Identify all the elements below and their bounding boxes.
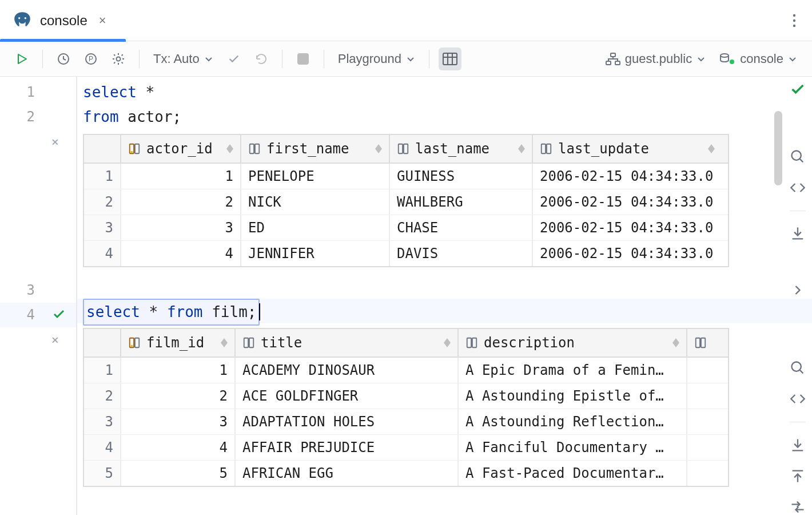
table-row[interactable]: 22ACE GOLDFINGERA Astounding Epistle of…: [84, 383, 728, 409]
tab-overflow-button[interactable]: [781, 5, 807, 37]
schema-dropdown[interactable]: guest.public: [601, 52, 710, 66]
table-row[interactable]: 11PENELOPEGUINESS2006-02-15 04:34:33.0: [84, 164, 728, 189]
cell[interactable]: 4: [121, 241, 241, 266]
inspection-ok-icon[interactable]: [790, 81, 806, 97]
settings-button[interactable]: [107, 47, 130, 70]
playground-dropdown[interactable]: Playground: [333, 52, 420, 66]
gutter-line-current[interactable]: 4: [0, 303, 76, 327]
table-row[interactable]: 33ADAPTATION HOLESA Astounding Reflectio…: [84, 409, 728, 435]
rownum-header[interactable]: [84, 135, 121, 163]
cell[interactable]: PENELOPE: [241, 164, 390, 189]
cell[interactable]: 2: [121, 383, 236, 409]
column-header[interactable]: actor_id: [121, 135, 241, 163]
cell[interactable]: AFFAIR PREJUDICE: [236, 435, 459, 460]
run-button[interactable]: [10, 47, 33, 70]
column-header[interactable]: film_id: [121, 329, 236, 356]
search-icon[interactable]: [790, 360, 806, 376]
cell[interactable]: ACE GOLDFINGER: [236, 383, 459, 409]
cell[interactable]: 2006-02-15 04:34:33.0: [533, 241, 722, 266]
cell[interactable]: A Epic Drama of a Femin…: [459, 358, 687, 383]
table-row[interactable]: 33EDCHASE2006-02-15 04:34:33.0: [84, 215, 728, 241]
stop-button[interactable]: [292, 47, 315, 70]
svg-point-16: [721, 54, 729, 57]
tab-close-button[interactable]: ×: [95, 13, 110, 28]
column-header[interactable]: title: [236, 329, 459, 356]
svg-rect-9: [443, 53, 457, 65]
cell[interactable]: 2: [121, 189, 241, 215]
table-row[interactable]: 11ACADEMY DINOSAURA Epic Drama of a Femi…: [84, 358, 728, 383]
cell[interactable]: A Astounding Epistle of…: [459, 383, 687, 409]
separator: [139, 50, 140, 68]
table-row[interactable]: 22NICKWAHLBERG2006-02-15 04:34:33.0: [84, 189, 728, 215]
rownum-header[interactable]: [84, 329, 121, 356]
column-header[interactable]: first_name: [241, 135, 390, 163]
cell[interactable]: AFRICAN EGG: [236, 461, 459, 486]
code-line[interactable]: [77, 274, 812, 299]
cell[interactable]: A Astounding Reflection…: [459, 409, 687, 434]
cell[interactable]: [687, 358, 722, 383]
tab-console[interactable]: console ×: [0, 0, 120, 41]
cell[interactable]: 3: [121, 409, 236, 434]
vertical-scrollbar[interactable]: [774, 111, 782, 185]
svg-rect-33: [472, 338, 476, 348]
gutter-fold-region[interactable]: [0, 129, 76, 278]
cell[interactable]: [687, 383, 722, 409]
cell[interactable]: [687, 461, 722, 486]
gutter-line[interactable]: 2: [0, 105, 76, 129]
history-button[interactable]: [52, 47, 75, 70]
cell[interactable]: 2006-02-15 04:34:33.0: [533, 189, 722, 215]
expand-icon[interactable]: [790, 282, 806, 298]
upload-icon[interactable]: [790, 468, 806, 484]
download-icon[interactable]: [790, 437, 806, 453]
svg-point-2: [793, 14, 795, 16]
gutter-line[interactable]: 1: [0, 80, 76, 105]
transaction-mode-dropdown[interactable]: Tx: Auto: [149, 52, 218, 66]
editor-content[interactable]: select * from actor; actor_idfirst_namel…: [77, 77, 812, 515]
table-row[interactable]: 44JENNIFERDAVIS2006-02-15 04:34:33.0: [84, 241, 728, 266]
gutter-line[interactable]: 3: [0, 278, 76, 303]
cell[interactable]: 3: [121, 215, 241, 240]
column-header[interactable]: last_name: [390, 135, 533, 163]
table-header-row: film_idtitledescription: [84, 329, 728, 358]
code-line[interactable]: select *: [77, 80, 812, 105]
session-dropdown[interactable]: console: [715, 52, 802, 66]
cell[interactable]: ED: [241, 215, 390, 240]
cell[interactable]: CHASE: [390, 215, 533, 240]
cell[interactable]: [687, 409, 722, 434]
cell[interactable]: [687, 435, 722, 460]
svg-point-1: [25, 17, 26, 19]
cell[interactable]: DAVIS: [390, 241, 533, 266]
cell[interactable]: 1: [121, 164, 241, 189]
table-row[interactable]: 55AFRICAN EGGA Fast-Paced Documentar…: [84, 461, 728, 486]
cell[interactable]: GUINESS: [390, 164, 533, 189]
cell[interactable]: NICK: [241, 189, 390, 215]
cell[interactable]: 1: [121, 358, 236, 383]
gutter-fold-region[interactable]: [0, 327, 76, 499]
commit-button[interactable]: [222, 47, 245, 70]
column-header[interactable]: last_update: [533, 135, 722, 163]
compare-icon[interactable]: [790, 499, 806, 515]
cell[interactable]: 2006-02-15 04:34:33.0: [533, 215, 722, 240]
tab-active-indicator: [0, 39, 126, 42]
rollback-button[interactable]: [250, 47, 273, 70]
cell[interactable]: A Fast-Paced Documentar…: [459, 461, 687, 486]
cell[interactable]: 2006-02-15 04:34:33.0: [533, 164, 722, 189]
cell[interactable]: ACADEMY DINOSAUR: [236, 358, 459, 383]
cell[interactable]: JENNIFER: [241, 241, 390, 266]
column-header[interactable]: description: [459, 329, 687, 356]
search-icon[interactable]: [790, 149, 806, 165]
cell[interactable]: A Fanciful Documentary …: [459, 435, 687, 460]
in-editor-results-toggle[interactable]: [439, 47, 461, 70]
code-line[interactable]: from actor;: [77, 105, 812, 129]
code-icon[interactable]: [790, 391, 806, 407]
cell[interactable]: ADAPTATION HOLES: [236, 409, 459, 434]
explain-plan-button[interactable]: P: [79, 47, 102, 70]
column-header[interactable]: [687, 329, 722, 356]
code-icon[interactable]: [790, 180, 806, 196]
cell[interactable]: 4: [121, 435, 236, 460]
cell[interactable]: WAHLBERG: [390, 189, 533, 215]
download-icon[interactable]: [790, 225, 806, 241]
cell[interactable]: 5: [121, 461, 236, 486]
table-row[interactable]: 44AFFAIR PREJUDICEA Fanciful Documentary…: [84, 435, 728, 461]
code-line-current[interactable]: select * from film;: [77, 299, 812, 323]
